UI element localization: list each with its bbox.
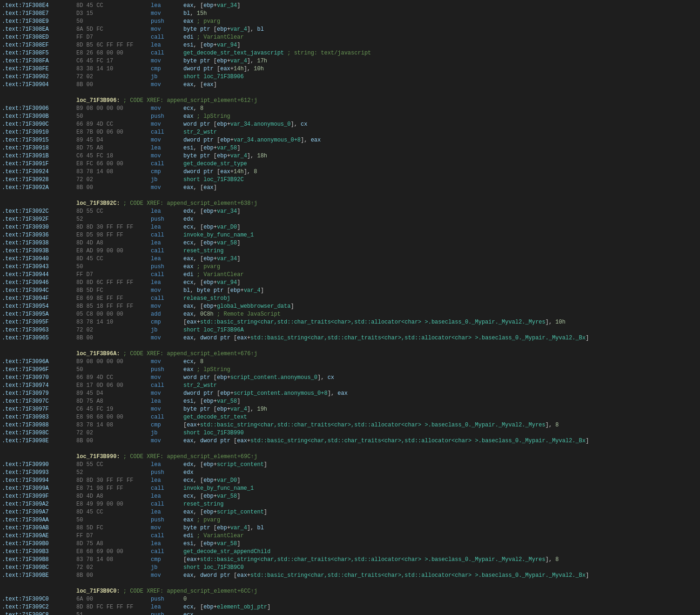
disasm-line[interactable]: .text:71F3099F8D 4D A8leaecx, [ebp+var_5… — [0, 493, 700, 500]
disasm-line[interactable]: .text:71F30983E8 98 68 00 00callget_deco… — [0, 413, 700, 421]
disasm-line[interactable]: .text:71F3098E8B 00moveax, dword ptr [ea… — [0, 437, 700, 445]
disasm-line[interactable]: .text:71F308EDFF D7calledi ; VariantClea… — [0, 34, 700, 41]
disasm-line[interactable]: .text:71F309AA50pusheax ; pvarg — [0, 516, 700, 524]
address: .text:71F30979 — [2, 390, 76, 398]
disasm-line[interactable]: .text:71F3092A8B 00moveax, [eax] — [0, 184, 700, 192]
disasm-line[interactable]: .text:71F308FE83 38 14 10cmpdword ptr [e… — [0, 65, 700, 73]
disasm-line[interactable]: loc_71F3B96A: ; CODE XREF: append_script… — [0, 350, 700, 358]
disasm-line[interactable]: .text:71F3091FE8 FC 66 00 00callget_deco… — [0, 160, 700, 168]
disasm-line[interactable]: .text:71F30936E8 D5 98 FF FFcallinvoke_b… — [0, 231, 700, 239]
mnemonic: lea — [151, 540, 183, 548]
disasm-line[interactable]: .text:71F3093BE8 AD 99 00 00callreset_st… — [0, 247, 700, 255]
address: .text:71F3094F — [2, 295, 76, 303]
disasm-line[interactable]: .text:71F308EF8D B5 6C FF FF FFleaesi, [… — [0, 41, 700, 49]
disasm-line[interactable] — [0, 89, 700, 97]
disasm-line[interactable]: .text:71F30974E8 17 0D 06 00callstr_2_ws… — [0, 382, 700, 390]
disasm-line[interactable]: loc_71F3B906: ; CODE XREF: append_script… — [0, 97, 700, 105]
disasm-line[interactable]: .text:71F3094FE8 69 8E FF FFcallrelease_… — [0, 295, 700, 303]
disasm-line[interactable] — [0, 580, 700, 588]
disasm-line[interactable]: .text:71F3095A05 C8 00 00 00addeax, 0C8h… — [0, 311, 700, 318]
disasm-line[interactable]: .text:71F3096AB9 08 00 00 00movecx, 8 — [0, 358, 700, 366]
bytes: 8B 00 — [76, 572, 151, 580]
bytes: 8A 5D FC — [76, 26, 151, 34]
disasm-line[interactable]: .text:71F309408D 45 CCleaeax, [ebp+var_3… — [0, 255, 700, 263]
bytes: D3 15 — [76, 10, 151, 18]
mnemonic: cmp — [151, 168, 183, 176]
disasm-line[interactable]: .text:71F30944FF D7calledi ; VariantClea… — [0, 271, 700, 279]
disasm-line[interactable]: .text:71F309B08D 75 A8leaesi, [ebp+var_5… — [0, 540, 700, 548]
disasm-line[interactable]: .text:71F3097FC6 45 FC 19movbyte ptr [eb… — [0, 405, 700, 413]
disasm-line[interactable]: .text:71F30910E8 7B 0D 06 00callstr_2_ws… — [0, 128, 700, 136]
address: .text:71F30944 — [2, 271, 76, 279]
disasm-line[interactable]: .text:71F3098883 78 14 08cmp[eax+std::ba… — [0, 421, 700, 429]
disasm-line[interactable]: .text:71F309BE8B 00moveax, dword ptr [ea… — [0, 572, 700, 580]
address: .text:71F308E4 — [2, 2, 76, 10]
disasm-line[interactable]: .text:71F3092C8D 55 CCleaedx, [ebp+var_3… — [0, 208, 700, 216]
disasm-line[interactable]: .text:71F3098C72 02jbshort loc_71F3B990 — [0, 429, 700, 437]
disasm-line[interactable]: .text:71F309C06A 00push0 — [0, 595, 700, 603]
bytes: E8 26 68 00 00 — [76, 49, 151, 57]
disasm-line[interactable]: .text:71F3097989 45 D4movdword ptr [ebp+… — [0, 390, 700, 398]
disasm-line[interactable]: .text:71F30906B9 08 00 00 00movecx, 8 — [0, 105, 700, 113]
operands: ecx, [ebp+var_58] — [183, 493, 698, 500]
bytes: E8 FC 66 00 00 — [76, 160, 151, 168]
disasm-line[interactable]: .text:71F308F5E8 26 68 00 00callget_deco… — [0, 49, 700, 57]
disasm-line[interactable]: .text:71F308E48D 45 CCleaeax, [ebp+var_3… — [0, 2, 700, 10]
disasm-line[interactable]: .text:71F3090272 02jbshort loc_71F3B906 — [0, 73, 700, 81]
disasm-line[interactable]: .text:71F309C28D 8D FC FE FF FFleaecx, [… — [0, 603, 700, 611]
disasm-line[interactable]: .text:71F309658B 00moveax, dword ptr [ea… — [0, 334, 700, 342]
disasm-line[interactable]: .text:71F308FAC6 45 FC 17movbyte ptr [eb… — [0, 57, 700, 65]
disasm-line[interactable]: .text:71F309B3E8 68 69 00 00callget_deco… — [0, 548, 700, 556]
disasm-line[interactable]: .text:71F3090B50pusheax ; lpString — [0, 113, 700, 121]
address: .text:71F309B3 — [2, 548, 76, 556]
disasm-line[interactable]: .text:71F308EA8A 5D FCmovbyte ptr [ebp+v… — [0, 26, 700, 34]
disasm-line[interactable]: .text:71F309A2E8 49 99 00 00callreset_st… — [0, 500, 700, 508]
bytes: E8 68 69 00 00 — [76, 548, 151, 556]
disasm-line[interactable]: .text:71F309048B 00moveax, [eax] — [0, 81, 700, 89]
disasm-line[interactable]: .text:71F3094C8B 5D FCmovbl, byte ptr [e… — [0, 287, 700, 295]
operands: byte ptr [ebp+var_4], 17h — [183, 57, 698, 65]
disasm-line[interactable]: .text:71F309BC72 02jbshort loc_71F3B9C0 — [0, 564, 700, 572]
disasm-line[interactable]: .text:71F3092872 02jbshort loc_71F3B92C — [0, 176, 700, 184]
disasm-line[interactable]: .text:71F3092F52pushedx — [0, 216, 700, 223]
disasm-line[interactable]: .text:71F3096372 02jbshort loc_71F3B96A — [0, 326, 700, 334]
disasm-line[interactable]: .text:71F3092483 78 14 08cmpdword ptr [e… — [0, 168, 700, 176]
mnemonic: mov — [151, 334, 183, 342]
disasm-line[interactable]: .text:71F308E950pusheax ; pvarg — [0, 18, 700, 26]
disasm-line[interactable]: .text:71F309AB88 5D FCmovbyte ptr [ebp+v… — [0, 524, 700, 532]
disasm-line[interactable]: .text:71F308E7D3 15movbl, 15h — [0, 10, 700, 18]
bytes: 8D 45 CC — [76, 2, 151, 10]
operands: eax, [eax] — [183, 184, 698, 192]
disasm-line[interactable]: .text:71F309468D 8D 6C FF FF FFleaecx, [… — [0, 279, 700, 287]
disasm-line[interactable]: .text:71F309388D 4D A8leaecx, [ebp+var_5… — [0, 239, 700, 247]
disasm-line[interactable]: .text:71F3095F83 78 14 10cmp[eax+std::ba… — [0, 318, 700, 326]
disasm-line[interactable]: .text:71F309308D 8D 30 FF FF FFleaecx, [… — [0, 223, 700, 231]
disasm-line[interactable] — [0, 445, 700, 453]
disasm-line[interactable]: .text:71F3094350pusheax ; pvarg — [0, 263, 700, 271]
disasm-line[interactable]: .text:71F309A78D 45 CCleaeax, [ebp+scrip… — [0, 508, 700, 516]
disasm-line[interactable]: .text:71F309548B 85 18 FF FF FFmoveax, [… — [0, 303, 700, 311]
disasm-line[interactable]: loc_71F3B92C: ; CODE XREF: append_script… — [0, 200, 700, 208]
disasm-line[interactable] — [0, 192, 700, 200]
bytes: 8B 85 18 FF FF FF — [76, 303, 151, 311]
disasm-line[interactable]: loc_71F3B990: ; CODE XREF: append_script… — [0, 453, 700, 461]
address: .text:71F3091B — [2, 152, 76, 160]
disasm-line[interactable]: .text:71F3091589 45 D4movdword ptr [ebp+… — [0, 136, 700, 144]
disasm-line[interactable]: .text:71F3097C8D 75 A8leaesi, [ebp+var_5… — [0, 398, 700, 405]
bytes: 8D 45 CC — [76, 255, 151, 263]
disasm-line[interactable]: loc_71F3B9C0: ; CODE XREF: append_script… — [0, 588, 700, 595]
disasm-line[interactable] — [0, 342, 700, 350]
disasm-line[interactable]: .text:71F3099AE8 71 98 FF FFcallinvoke_b… — [0, 485, 700, 493]
disasm-line[interactable]: .text:71F309948D 8D 30 FF FF FFleaecx, [… — [0, 477, 700, 485]
disasm-line[interactable]: .text:71F3090C66 89 4D CCmovword ptr [eb… — [0, 121, 700, 128]
disasm-line[interactable]: .text:71F3096F50pusheax ; lpString — [0, 366, 700, 374]
bytes: E8 98 68 00 00 — [76, 413, 151, 421]
disasm-line[interactable]: .text:71F309C851pushecx — [0, 611, 700, 615]
disasm-line[interactable]: .text:71F309908D 55 CCleaedx, [ebp+scrip… — [0, 461, 700, 469]
disasm-line[interactable]: .text:71F3097066 89 4D CCmovword ptr [eb… — [0, 374, 700, 382]
disasm-line[interactable]: .text:71F3091BC6 45 FC 18movbyte ptr [eb… — [0, 152, 700, 160]
disasm-line[interactable]: .text:71F3099352pushedx — [0, 469, 700, 477]
disasm-line[interactable]: .text:71F309188D 75 A8leaesi, [ebp+var_5… — [0, 144, 700, 152]
disasm-line[interactable]: .text:71F309B883 78 14 08cmp[eax+std::ba… — [0, 556, 700, 564]
disasm-line[interactable]: .text:71F309AEFF D7calledi ; VariantClea… — [0, 532, 700, 540]
